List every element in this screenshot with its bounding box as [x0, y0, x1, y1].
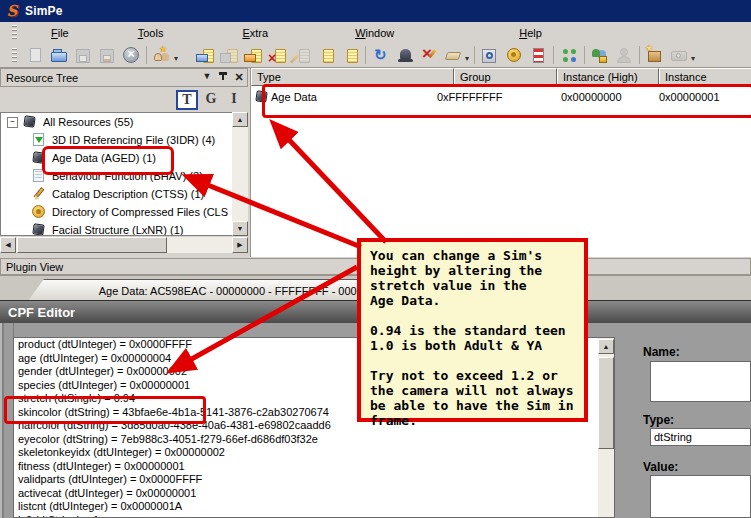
- value-input[interactable]: [650, 475, 751, 518]
- property-line[interactable]: skeletonkeyidx (dtUInteger) = 0x00000002: [14, 446, 614, 460]
- reference-file-icon: [31, 133, 46, 147]
- scroll-right-icon[interactable]: ▶: [232, 237, 248, 253]
- menu-window[interactable]: Window: [349, 25, 400, 41]
- filter-group-button[interactable]: G: [201, 90, 221, 108]
- title-bar: S SimPe: [0, 0, 751, 22]
- annotation-note: You can change a Sim's height by alterin…: [357, 238, 588, 422]
- resource-list-icon[interactable]: [339, 45, 361, 66]
- toolbar-grip[interactable]: [12, 48, 17, 63]
- menu-extra[interactable]: Extra: [236, 25, 274, 41]
- value-label: Value:: [643, 460, 678, 474]
- restore-resource-icon[interactable]: [243, 45, 265, 66]
- name-input[interactable]: [650, 361, 751, 402]
- scroll-down-icon[interactable]: ▼: [232, 221, 248, 236]
- menu-help[interactable]: Help: [513, 25, 548, 41]
- filter-instance-button[interactable]: I: [224, 90, 244, 108]
- delete-resource-icon[interactable]: [267, 45, 289, 66]
- menu-grip[interactable]: [12, 25, 17, 40]
- menu-file[interactable]: File: [45, 25, 75, 41]
- remove-item-icon[interactable]: [418, 45, 440, 66]
- resource-notes-icon[interactable]: [315, 45, 337, 66]
- package-tool-icon[interactable]: [644, 45, 666, 66]
- wizard-dropdown-icon[interactable]: ▾: [174, 54, 178, 63]
- name-label: Name:: [643, 345, 680, 359]
- badge-icon: [31, 205, 46, 219]
- save-package-icon[interactable]: [72, 45, 94, 66]
- wizard-icon[interactable]: [151, 45, 173, 66]
- open-resource-icon[interactable]: [195, 45, 217, 66]
- property-line[interactable]: validparts (dtUInteger) = 0x0000FFFF: [14, 473, 614, 487]
- tools-dropdown-icon[interactable]: ▾: [465, 54, 469, 63]
- hex-viewer-icon[interactable]: [479, 45, 501, 66]
- camera-dropdown-icon[interactable]: ▾: [691, 54, 695, 63]
- refresh-icon[interactable]: [370, 45, 392, 66]
- property-line[interactable]: activecat (dtUInteger) = 0x00000001: [14, 487, 614, 501]
- scenegraph-icon[interactable]: [558, 45, 580, 66]
- collapse-icon[interactable]: −: [7, 117, 18, 128]
- window-title: SimPe: [25, 4, 63, 18]
- cube-icon: [31, 223, 46, 236]
- pencil-icon: [31, 187, 46, 201]
- type-input[interactable]: dtString: [650, 428, 751, 446]
- tool-bar: ▾ ▾ ▾: [0, 43, 751, 68]
- simpe-window: S SimPe File Tools Extra Window Help ▾: [0, 0, 751, 518]
- cube-icon: [22, 115, 37, 129]
- sim-disabled-icon[interactable]: [613, 45, 635, 66]
- cpf-editor-title: CPF Editor: [8, 305, 75, 320]
- menu-bar: File Tools Extra Window Help: [0, 22, 751, 44]
- menu-tools[interactable]: Tools: [132, 25, 170, 41]
- resource-tree-header: Resource Tree ▼ ✕: [0, 68, 248, 87]
- tree-item-cls[interactable]: Directory of Compressed Files (CLS: [1, 203, 232, 221]
- app-icon: S: [4, 3, 20, 19]
- highlight-box-stretch: [4, 396, 206, 424]
- tree-item-lxnr[interactable]: Facial Structure (LxNR) (1): [1, 221, 232, 236]
- filter-type-button[interactable]: T: [176, 90, 198, 110]
- wrapper-list-icon[interactable]: [527, 45, 549, 66]
- vscroll-thumb[interactable]: [598, 357, 614, 449]
- property-line[interactable]: ls0 (dtString) = 1: [14, 514, 614, 518]
- panel-dropdown-icon[interactable]: ▼: [199, 71, 215, 85]
- highlight-box-tree-aged: [42, 146, 174, 175]
- tree-item-ctss[interactable]: Catalog Description (CTSS) (1): [1, 185, 232, 203]
- resource-tree-title: Resource Tree: [1, 72, 199, 84]
- scroll-up-icon[interactable]: ▲: [232, 112, 248, 127]
- filter-bar: T G I: [173, 90, 244, 110]
- type-label: Type:: [643, 413, 674, 427]
- open-package-icon[interactable]: [48, 45, 70, 66]
- edit-resource-icon[interactable]: [291, 45, 313, 66]
- new-package-icon[interactable]: [24, 45, 46, 66]
- hscroll-thumb[interactable]: [17, 237, 167, 253]
- scroll-up-icon[interactable]: ▲: [598, 339, 614, 354]
- property-line[interactable]: eyecolor (dtString) = 7eb988c3-4051-f279…: [14, 433, 614, 447]
- pin-icon[interactable]: [215, 71, 231, 85]
- save-as-icon[interactable]: [96, 45, 118, 66]
- property-line[interactable]: fitness (dtUInteger) = 0x00000001: [14, 460, 614, 474]
- tree-vscrollbar[interactable]: [232, 112, 248, 236]
- panel-close-icon[interactable]: ✕: [231, 71, 247, 85]
- property-line[interactable]: listcnt (dtUInteger) = 0x0000001A: [14, 500, 614, 514]
- bell-icon[interactable]: [394, 45, 416, 66]
- badge-tool-icon[interactable]: [503, 45, 525, 66]
- highlight-box-list-row: [262, 84, 751, 118]
- tree-item-all-resources[interactable]: − All Resources (55): [1, 113, 232, 131]
- close-package-icon[interactable]: [120, 45, 142, 66]
- screenshot-icon[interactable]: [668, 45, 690, 66]
- sim-browser-icon[interactable]: [589, 45, 611, 66]
- save-resource-icon[interactable]: [219, 45, 241, 66]
- scroll-left-icon[interactable]: ◀: [0, 237, 16, 253]
- eraser-icon[interactable]: [442, 45, 464, 66]
